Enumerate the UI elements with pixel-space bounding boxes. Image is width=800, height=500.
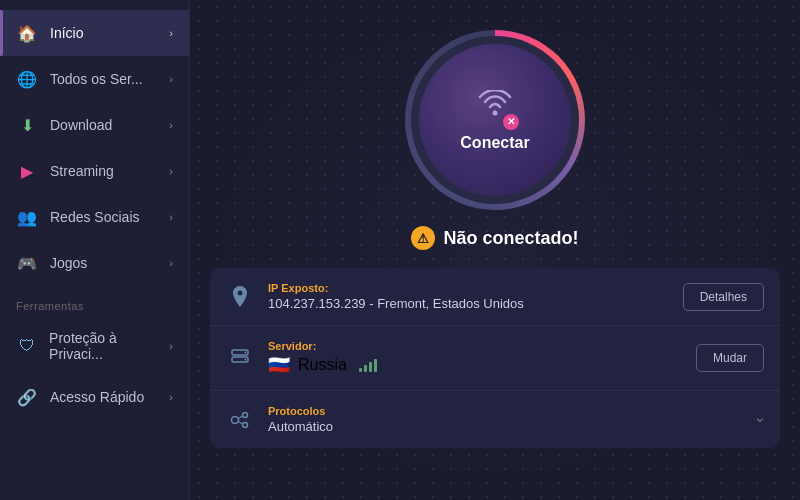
main-content: ✕ Conectar ⚠ Não conectado! IP Exposto: … <box>190 0 800 500</box>
status-bar: ⚠ Não conectado! <box>411 226 578 250</box>
change-server-button[interactable]: Mudar <box>696 344 764 372</box>
server-value-row: 🇷🇺 Russia <box>268 354 682 376</box>
server-row: Servidor: 🇷🇺 Russia Mudar <box>210 326 780 391</box>
warning-icon: ⚠ <box>411 226 435 250</box>
connect-section: ✕ Conectar ⚠ Não conectado! <box>190 0 800 250</box>
chevron-right-icon: › <box>169 165 173 177</box>
ip-row: IP Exposto: 104.237.153.239 - Fremont, E… <box>210 268 780 326</box>
wifi-icon-wrap: ✕ <box>477 89 513 126</box>
chevron-right-icon: › <box>169 73 173 85</box>
sidebar-item-todos[interactable]: 🌐 Todos os Ser... › <box>0 56 189 102</box>
shield-icon: 🛡 <box>16 335 37 357</box>
chevron-right-icon: › <box>169 340 173 352</box>
signal-bar-4 <box>374 359 377 372</box>
signal-bars <box>359 358 377 372</box>
chevron-right-icon: › <box>169 27 173 39</box>
protocol-value: Automático <box>268 419 745 434</box>
sidebar: 🏠 Início › 🌐 Todos os Ser... › ⬇ Downloa… <box>0 0 190 500</box>
sidebar-item-download[interactable]: ⬇ Download › <box>0 102 189 148</box>
users-icon: 👥 <box>16 206 38 228</box>
info-section: IP Exposto: 104.237.153.239 - Fremont, E… <box>210 268 780 448</box>
svg-point-6 <box>243 412 248 417</box>
signal-bar-2 <box>364 365 367 372</box>
server-content: Servidor: 🇷🇺 Russia <box>268 340 682 376</box>
svg-point-5 <box>232 416 239 423</box>
signal-bar-3 <box>369 362 372 372</box>
ip-content: IP Exposto: 104.237.153.239 - Fremont, E… <box>268 282 669 311</box>
svg-point-0 <box>493 110 498 115</box>
protocol-row[interactable]: Protocolos Automático › <box>210 391 780 448</box>
home-icon: 🏠 <box>16 22 38 44</box>
sidebar-label-acesso: Acesso Rápido <box>50 389 144 405</box>
chevron-right-icon: › <box>169 211 173 223</box>
ip-value: 104.237.153.239 - Fremont, Estados Unido… <box>268 296 669 311</box>
connect-button[interactable]: ✕ Conectar <box>419 44 571 196</box>
details-button[interactable]: Detalhes <box>683 283 764 311</box>
sidebar-label-todos: Todos os Ser... <box>50 71 143 87</box>
server-name: Russia <box>298 356 347 374</box>
sidebar-item-privaci[interactable]: 🛡 Proteção à Privaci... › <box>0 318 189 374</box>
sidebar-label-download: Download <box>50 117 112 133</box>
sidebar-item-redes[interactable]: 👥 Redes Sociais › <box>0 194 189 240</box>
chevron-down-icon: › <box>754 417 770 422</box>
server-label: Servidor: <box>268 340 682 352</box>
protocol-label: Protocolos <box>268 405 745 417</box>
chevron-right-icon: › <box>169 257 173 269</box>
chevron-right-icon: › <box>169 391 173 403</box>
ip-label: IP Exposto: <box>268 282 669 294</box>
location-icon <box>226 283 254 311</box>
sidebar-label-privaci: Proteção à Privaci... <box>49 330 169 362</box>
connect-ring-inner: ✕ Conectar <box>411 36 579 204</box>
signal-bar-1 <box>359 368 362 372</box>
download-icon: ⬇ <box>16 114 38 136</box>
svg-point-3 <box>245 352 247 354</box>
gamepad-icon: 🎮 <box>16 252 38 274</box>
sidebar-item-inicio[interactable]: 🏠 Início › <box>0 10 189 56</box>
svg-point-4 <box>245 359 247 361</box>
svg-point-7 <box>243 422 248 427</box>
globe-icon: 🌐 <box>16 68 38 90</box>
server-icon <box>226 344 254 372</box>
svg-line-9 <box>239 421 243 424</box>
sidebar-item-streaming[interactable]: ▶ Streaming › <box>0 148 189 194</box>
sidebar-label-inicio: Início <box>50 25 83 41</box>
protocol-content: Protocolos Automático <box>268 405 745 434</box>
sidebar-label-redes: Redes Sociais <box>50 209 140 225</box>
russia-flag: 🇷🇺 <box>268 354 290 376</box>
sidebar-label-streaming: Streaming <box>50 163 114 179</box>
svg-line-8 <box>239 416 243 419</box>
link-icon: 🔗 <box>16 386 38 408</box>
sidebar-item-jogos[interactable]: 🎮 Jogos › <box>0 240 189 286</box>
connect-ring-outer: ✕ Conectar <box>405 30 585 210</box>
wifi-error-badge: ✕ <box>503 114 519 130</box>
play-icon: ▶ <box>16 160 38 182</box>
sidebar-item-acesso[interactable]: 🔗 Acesso Rápido › <box>0 374 189 420</box>
status-text: Não conectado! <box>443 228 578 249</box>
chevron-right-icon: › <box>169 119 173 131</box>
protocol-icon <box>226 406 254 434</box>
sidebar-label-jogos: Jogos <box>50 255 87 271</box>
connect-label: Conectar <box>460 134 529 152</box>
tools-section-label: Ferramentas <box>0 286 189 318</box>
